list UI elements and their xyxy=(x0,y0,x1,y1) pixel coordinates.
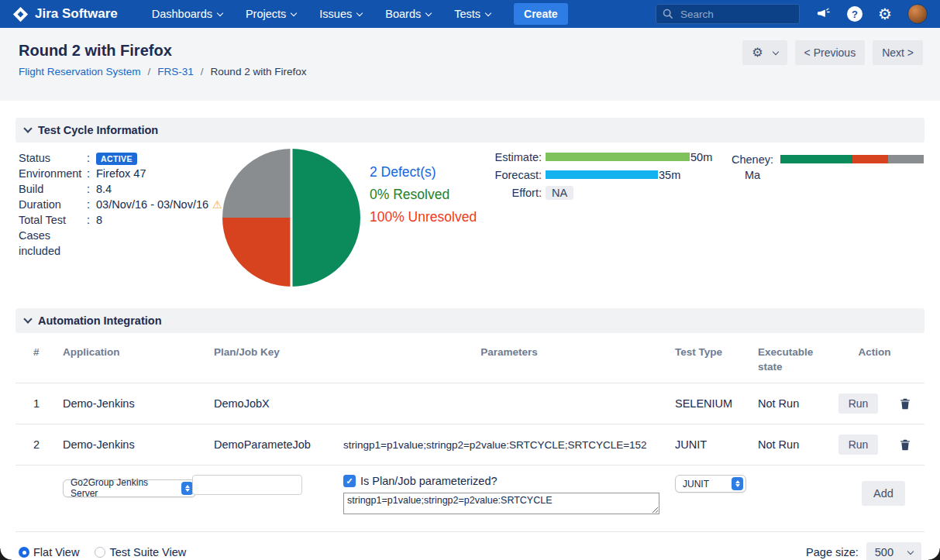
chevron-down-icon xyxy=(485,9,491,15)
forecast-bar xyxy=(546,170,658,179)
trash-icon[interactable] xyxy=(900,439,911,451)
user-avatar[interactable] xyxy=(907,4,928,24)
col-executable-state: Executable state xyxy=(758,345,825,374)
total-test-cases-value: 8 xyxy=(96,212,219,228)
chevron-down-icon xyxy=(291,9,297,15)
announcements-icon[interactable] xyxy=(815,7,832,22)
field-total-test-cases: Total Test Cases included : 8 xyxy=(19,212,219,259)
chevron-down-icon xyxy=(425,9,432,15)
nav-projects[interactable]: Projects xyxy=(246,8,296,20)
breadcrumb-current: Round 2 with Firefox xyxy=(211,66,307,77)
row-application: Demo-Jenkins xyxy=(63,438,214,451)
flat-view-radio[interactable] xyxy=(19,547,29,558)
field-build: Build : 8.4 xyxy=(19,181,219,197)
main-nav: Dashboards Projects Issues Boards Tests xyxy=(152,8,491,20)
breadcrumb: Flight Reservation System / FRS-31 / Rou… xyxy=(19,66,921,77)
chevron-down-icon xyxy=(217,9,223,15)
forecast-value: 35m xyxy=(659,169,680,181)
table-row: 1 Demo-Jenkins DemoJobX SELENIUM Not Run… xyxy=(15,383,925,424)
top-navbar: Jira Software Dashboards Projects Issues… xyxy=(0,0,940,28)
test-type-select[interactable]: JUNIT xyxy=(675,475,746,493)
row-test-type: JUNIT xyxy=(675,438,758,451)
nav-issues[interactable]: Issues xyxy=(319,8,362,20)
brand-label: Jira Software xyxy=(35,6,118,22)
col-test-type: Test Type xyxy=(675,345,758,374)
collapse-caret-icon xyxy=(23,124,32,132)
jira-brand[interactable]: Jira Software xyxy=(12,6,118,22)
assignee-progress: Cheney: Ma xyxy=(725,152,924,183)
test-cycle-section-header[interactable]: Test Cycle Information xyxy=(15,118,925,143)
col-plan-job-key: Plan/Job Key xyxy=(214,345,343,374)
defects-pie xyxy=(222,149,360,287)
chevron-down-icon xyxy=(356,9,363,15)
help-icon[interactable]: ? xyxy=(847,6,863,22)
search-icon xyxy=(663,9,673,19)
chevron-down-icon xyxy=(907,548,914,554)
cycle-settings-button[interactable]: ⚙ xyxy=(742,40,787,65)
build-value: 8.4 xyxy=(96,181,219,197)
environment-value: Firefox 47 xyxy=(96,166,219,181)
row-test-type: SELENIUM xyxy=(675,397,758,410)
test-cycle-info: Status : ACTIVE Environment : Firefox 47… xyxy=(15,143,925,294)
row-num: 1 xyxy=(15,397,63,410)
table-row: 2 Demo-Jenkins DemoParameteJob stringp1=… xyxy=(15,424,925,466)
col-parameters: Parameters xyxy=(343,345,675,374)
parameters-textarea[interactable]: stringp1=p1value;stringp2=p2value:SRTCYC… xyxy=(343,493,659,514)
estimate-bar xyxy=(546,153,690,161)
chevron-down-icon xyxy=(772,48,778,54)
row-parameters: stringp1=p1value;stringp2=p2value:SRTCYC… xyxy=(343,439,675,451)
page-header: Round 2 with Firefox Flight Reservation … xyxy=(0,28,940,101)
add-button[interactable]: Add xyxy=(862,481,905,506)
field-environment: Environment : Firefox 47 xyxy=(19,166,219,181)
nav-tests[interactable]: Tests xyxy=(454,8,491,20)
run-button[interactable]: Run xyxy=(838,435,879,455)
automation-section-header[interactable]: Automation Integration xyxy=(15,308,925,333)
page-size-select[interactable]: 500 xyxy=(866,542,921,560)
estimate-row: Estimate: 50m xyxy=(477,150,712,163)
global-search[interactable] xyxy=(656,4,800,24)
defects-resolved: 0% Resolved xyxy=(370,184,477,206)
row-executable-state: Not Run xyxy=(758,438,825,451)
collapse-caret-icon xyxy=(23,314,32,323)
test-suite-view-radio[interactable] xyxy=(95,547,105,558)
row-plan-job-key: DemoJobX xyxy=(214,397,343,410)
next-button[interactable]: Next > xyxy=(873,40,923,65)
results-footer: Flat View Test Suite View Page size: 500… xyxy=(15,532,925,560)
duration-value: 03/Nov/16 - 03/Nov/16 xyxy=(96,198,208,211)
status-badge: ACTIVE xyxy=(96,153,137,165)
jenkins-server-select[interactable]: Go2Group Jenkins Server xyxy=(63,479,196,497)
row-executable-state: Not Run xyxy=(758,397,825,410)
create-button[interactable]: Create xyxy=(514,3,568,25)
row-plan-job-key: DemoParameteJob xyxy=(214,438,343,451)
defects-summary: 2 Defect(s) 0% Resolved 100% Unresolved xyxy=(370,161,477,228)
trash-icon[interactable] xyxy=(900,398,911,410)
plan-job-key-input[interactable] xyxy=(192,475,302,495)
nav-boards[interactable]: Boards xyxy=(385,8,431,20)
add-automation-row: Go2Group Jenkins Server ✓ Is Plan/Job pa… xyxy=(15,466,925,532)
forecast-row: Forecast: 35m xyxy=(477,168,712,181)
table-header-row: # Application Plan/Job Key Parameters Te… xyxy=(15,333,925,383)
breadcrumb-project[interactable]: Flight Reservation System xyxy=(19,66,141,77)
parameterized-checkbox[interactable]: ✓ xyxy=(343,475,356,487)
screen-corner-artifact xyxy=(0,548,12,560)
select-stepper-icon xyxy=(181,482,193,495)
nav-dashboards[interactable]: Dashboards xyxy=(152,8,222,20)
warning-icon: ⚠ xyxy=(212,198,222,211)
assignee-name: Cheney: Ma xyxy=(725,152,780,183)
previous-button[interactable]: < Previous xyxy=(795,40,866,65)
defect-count-link[interactable]: 2 Defect(s) xyxy=(370,161,477,184)
test-suite-view-label: Test Suite View xyxy=(109,546,186,558)
run-button[interactable]: Run xyxy=(838,393,879,414)
settings-gear-icon[interactable]: ⚙ xyxy=(878,6,892,22)
gear-icon: ⚙ xyxy=(752,45,763,60)
progress-bars: Estimate: 50m Forecast: 35m Effort: NA xyxy=(477,150,712,204)
field-duration: Duration : 03/Nov/16 - 03/Nov/16⚠ xyxy=(19,197,219,212)
search-input[interactable] xyxy=(679,8,793,21)
flat-view-label: Flat View xyxy=(33,546,79,558)
field-status: Status : ACTIVE xyxy=(19,150,219,166)
col-action: Action xyxy=(825,345,925,374)
row-num: 2 xyxy=(15,438,63,451)
breadcrumb-issue-key[interactable]: FRS-31 xyxy=(157,66,194,77)
defects-unresolved: 100% Unresolved xyxy=(370,206,477,228)
check-icon: ✓ xyxy=(346,476,353,486)
